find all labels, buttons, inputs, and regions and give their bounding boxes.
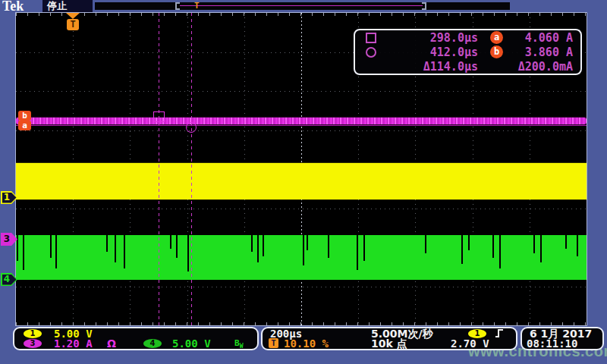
glitch-notch — [257, 235, 259, 262]
cursor-a-row: 298.0µs a 4.060 A — [355, 30, 580, 45]
channel1-voltage-trace — [16, 163, 587, 199]
glitch-notch — [357, 235, 358, 270]
glitch-notch — [176, 235, 178, 258]
channel3-badge: 3 — [24, 339, 42, 348]
record-window-left-bracket[interactable] — [175, 2, 180, 10]
glitch-notch — [461, 235, 463, 264]
channel3-current-trace — [16, 118, 587, 124]
trigger-t-badge: T — [269, 338, 278, 348]
glitch-notch — [565, 235, 567, 249]
glitch-notch — [23, 235, 24, 270]
glitch-notch — [55, 235, 57, 268]
waveform-a-badge: a — [490, 31, 503, 44]
glitch-notch — [468, 235, 470, 250]
cursor-delta-row: Δ114.0µs Δ200.0mA — [355, 59, 580, 74]
glitch-notch — [540, 235, 542, 262]
glitch-notch — [328, 235, 329, 258]
channel3-scale: 1.20 A — [54, 338, 93, 349]
channel4-scale: 5.00 V — [172, 338, 211, 349]
circle-cursor-icon — [361, 47, 381, 58]
channel3-coupling: Ω — [107, 338, 116, 349]
record-trigger-marker[interactable]: T — [194, 1, 200, 11]
waveform-b-marker[interactable]: b — [18, 111, 31, 121]
cursor-a-value: 4.060 A — [503, 31, 574, 45]
channel4-badge: 4 — [143, 339, 162, 348]
trigger-position-flag[interactable]: T — [66, 13, 80, 30]
glitch-notch — [492, 235, 494, 258]
record-window-right-bracket[interactable] — [422, 2, 426, 10]
cursor-a-line[interactable] — [159, 13, 159, 325]
cursor-a-time: 298.0µs — [381, 31, 478, 45]
channel-scale-readout: 1 5.00 V 3 1.20 A Ω 4 5.00 V BW — [13, 327, 259, 350]
channel4-marker-label: 4 — [1, 273, 13, 286]
waveform-a-marker[interactable]: a — [18, 121, 31, 130]
trigger-position-percent: 10.10 % — [284, 338, 329, 349]
channel3-marker-label: 3 — [1, 233, 13, 246]
glitch-notch — [263, 235, 264, 256]
trigger-level: 2.70 V — [451, 338, 489, 349]
record-view-bar[interactable]: T — [95, 2, 510, 10]
horizontal-trigger-readout: 200µs 5.00M次/秒 1 T 10.10 % 10k 点 2.70 V — [261, 327, 517, 350]
delta-value: Δ200.0mA — [478, 60, 574, 74]
glitch-notch — [577, 235, 578, 256]
glitch-notch — [307, 235, 308, 250]
graticule-line — [16, 287, 587, 287]
graticule-line — [16, 91, 587, 92]
graticule-bottom-ticks — [16, 322, 587, 325]
glitch-notch — [106, 235, 108, 252]
graticule-line — [16, 130, 587, 131]
channel1-badge: 1 — [24, 329, 42, 338]
glitch-notch — [170, 235, 171, 249]
datetime-readout: 6 1月 2017 08:11:10 — [521, 327, 604, 350]
waveform-b-badge: b — [490, 46, 503, 58]
record-view-trace-line — [180, 5, 423, 6]
glitch-notch — [50, 235, 52, 258]
glitch-notch — [533, 235, 535, 253]
glitch-notch — [303, 235, 304, 265]
cursor-b-value: 3.860 A — [503, 46, 574, 59]
cursor-a-square-marker[interactable] — [153, 111, 165, 122]
glitch-notch — [115, 235, 116, 262]
graticule-line — [16, 209, 587, 209]
glitch-notch — [251, 235, 253, 252]
cursor-b-line[interactable] — [191, 13, 192, 325]
trigger-arrow-icon — [66, 13, 80, 19]
bandwidth-limit-icon: BW — [234, 338, 243, 352]
glitch-notch — [124, 235, 125, 268]
cursor-b-row: 412.0µs b 3.860 A — [355, 45, 580, 59]
glitch-notch — [499, 235, 501, 268]
glitch-notch — [425, 235, 426, 253]
record-length: 10k 点 — [371, 338, 407, 349]
cursor-b-circle-marker[interactable] — [186, 122, 197, 133]
channel4-voltage-trace — [16, 235, 587, 280]
glitch-notch — [187, 235, 189, 271]
graticule-top-ticks — [16, 13, 587, 16]
time: 08:11:10 — [527, 338, 577, 349]
acquisition-status: 停止 — [47, 0, 67, 12]
glitch-notch — [363, 235, 365, 261]
square-cursor-icon — [361, 33, 381, 43]
channel3-trace-baseline — [16, 125, 587, 126]
cursor-b-time: 412.0µs — [381, 46, 478, 59]
channel1-marker-label: 1 — [1, 191, 13, 204]
cursor-readout-box: 298.0µs a 4.060 A 412.0µs b 3.860 A Δ114… — [354, 29, 582, 75]
delta-time: Δ114.0µs — [361, 60, 478, 74]
trigger-t-icon: T — [67, 19, 79, 30]
